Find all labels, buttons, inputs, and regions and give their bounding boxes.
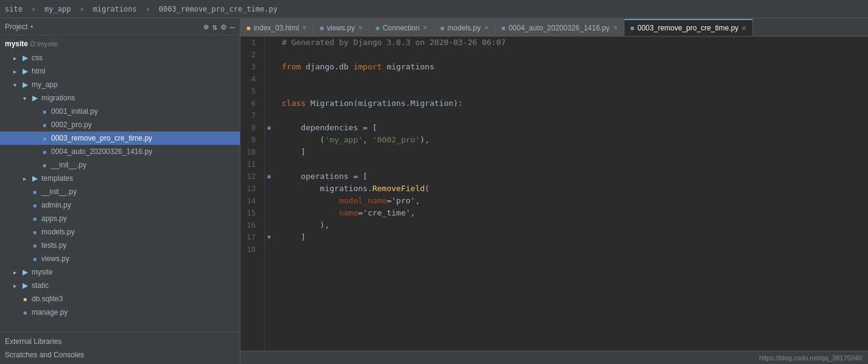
tree-item-models.py[interactable]: ■models.py [0, 225, 240, 239]
py-icon: ■ [29, 201, 40, 209]
line-number-10: 10 [240, 146, 259, 158]
gutter-line-18 [265, 243, 277, 256]
code-line-8: dependencies = [ [277, 122, 868, 134]
py-icon: ■ [39, 135, 50, 142]
fold-icon: ▼ [267, 234, 271, 240]
tab-close-icon[interactable]: ✕ [741, 25, 746, 32]
tab-Connection[interactable]: ■Connection✕ [369, 19, 434, 36]
gutter-line-2 [265, 49, 277, 61]
tab-label: views.py [327, 24, 355, 32]
tree-item-__init__2.py[interactable]: ■__init__.py [0, 185, 240, 198]
tree-item-0004_auto_20200326_1416.py[interactable]: ■0004_auto_20200326_1416.py [0, 145, 240, 158]
db-icon: ■ [19, 295, 30, 303]
external-libraries-item[interactable]: External Libraries [0, 335, 240, 348]
py-icon: ■ [29, 215, 40, 222]
tree-arrow-icon: ▸ [10, 269, 19, 276]
gutter-line-14 [265, 195, 277, 207]
tab-0004_auto_20200326_1416_py[interactable]: ■0004_auto_20200326_1416.py✕ [495, 19, 625, 36]
code-line-14: model_name='pro', [277, 195, 868, 207]
folder-icon: ▶ [19, 80, 30, 89]
tree-item-label: static [32, 281, 49, 290]
tree-item-views.py[interactable]: ■views.py [0, 252, 240, 265]
tab-close-icon[interactable]: ✕ [613, 24, 618, 31]
tree-item-db.sqlite3[interactable]: ■db.sqlite3 [0, 292, 240, 306]
line-numbers: 123456789101112131415161718 [240, 37, 265, 351]
line-number-5: 5 [240, 85, 259, 97]
gutter-line-8: ◉ [265, 122, 277, 134]
title-breadcrumb: site › my_app › migrations › 0003_remove… [5, 5, 278, 13]
tab-0003_remove_pro_cre_time_py[interactable]: ■0003_remove_pro_cre_time.py✕ [625, 19, 754, 36]
tab-label: models.py [447, 24, 481, 32]
minimize-icon[interactable]: — [230, 22, 235, 32]
folder-icon: ▶ [19, 268, 30, 276]
tree-item-label: html [32, 67, 46, 75]
gutter-line-3 [265, 61, 277, 73]
tree-item-label: 0001_initial.py [51, 107, 98, 116]
tree-item-0001_initial.py[interactable]: ■0001_initial.py [0, 105, 240, 118]
sidebar-header-left: Project ▾ [5, 23, 33, 31]
code-line-10: ] [277, 146, 868, 158]
py-tab-icon: ■ [440, 24, 444, 32]
tree-item-label: manage.py [32, 308, 68, 317]
sidebar-bottom: External Libraries Scratches and Console… [0, 332, 240, 364]
target-icon[interactable]: ⊕ [203, 22, 208, 32]
tab-index_03_html[interactable]: ■index_03.html✕ [240, 19, 313, 36]
line-number-3: 3 [240, 61, 259, 73]
code-line-16: ), [277, 219, 868, 231]
tree-item-0003_remove_pro_cre_time.py[interactable]: ■0003_remove_pro_cre_time.py [0, 131, 240, 145]
code-line-6: class Migration(migrations.Migration): [277, 97, 868, 110]
line-number-1: 1 [240, 37, 259, 49]
tree-item-apps.py[interactable]: ■apps.py [0, 212, 240, 225]
tree-item-label: tests.py [41, 241, 66, 250]
tree-item-static[interactable]: ▸▶static [0, 279, 240, 292]
tab-close-icon[interactable]: ✕ [358, 24, 363, 31]
code-line-15: name='cre_time', [277, 207, 868, 219]
tree-item-label: __init__.py [41, 187, 77, 196]
folder-icon: ▶ [29, 94, 40, 102]
py-icon: ■ [29, 188, 40, 195]
tree-item-label: css [32, 54, 43, 62]
tab-close-icon[interactable]: ✕ [484, 24, 489, 31]
gutter-line-10 [265, 146, 277, 158]
title-bar: site › my_app › migrations › 0003_remove… [0, 0, 868, 18]
line-number-12: 12 [240, 170, 259, 183]
gutter-line-11 [265, 158, 277, 170]
gutter-line-7 [265, 110, 277, 122]
tree-item-css[interactable]: ▸▶css [0, 51, 240, 65]
tree-item-tests.py[interactable]: ■tests.py [0, 239, 240, 252]
status-url: https://blog.csdn.net/qq_38175040 [759, 354, 862, 362]
tree-item-html[interactable]: ▸▶html [0, 65, 240, 78]
tree-item-migrations[interactable]: ▾▶migrations [0, 91, 240, 105]
scratches-and-consoles-item[interactable]: Scratches and Consoles [0, 348, 240, 362]
py-icon: ■ [39, 161, 50, 169]
tree-arrow-icon: ▾ [10, 82, 19, 88]
tree-item-0002_pro.py[interactable]: ■0002_pro.py [0, 118, 240, 131]
py-icon: ■ [19, 309, 30, 316]
tree-item-__init__.py[interactable]: ■__init__.py [0, 158, 240, 172]
tree-arrow-icon: ▸ [19, 175, 29, 182]
collapse-icon[interactable]: ⇅ [212, 22, 217, 32]
code-editor[interactable]: # Generated by Django 3.0.3 on 2020-03-2… [277, 37, 868, 351]
folder-icon: ▶ [19, 54, 30, 62]
line-number-15: 15 [240, 207, 259, 219]
tree-item-label: views.py [41, 254, 69, 263]
tree-item-my_app[interactable]: ▾▶my_app [0, 78, 240, 91]
tree-item-mysite2[interactable]: ▸▶mysite [0, 265, 240, 279]
gutter-line-17: ▼ [265, 231, 277, 243]
tree-item-manage.py[interactable]: ■manage.py [0, 306, 240, 319]
tab-close-icon[interactable]: ✕ [422, 24, 427, 31]
py-icon: ■ [29, 255, 40, 262]
line-number-16: 16 [240, 219, 259, 231]
tab-models_py[interactable]: ■models.py✕ [434, 19, 495, 36]
tab-close-icon[interactable]: ✕ [302, 24, 307, 31]
tree-item-templates[interactable]: ▸▶templates [0, 172, 240, 185]
gutter-line-13 [265, 183, 277, 195]
gutter-line-15 [265, 207, 277, 219]
tree-item-admin.py[interactable]: ■admin.py [0, 198, 240, 212]
sidebar-actions: ⊕ ⇅ ⚙ — [203, 22, 235, 32]
settings-icon[interactable]: ⚙ [221, 22, 226, 32]
tab-views_py[interactable]: ■views.py✕ [313, 19, 369, 36]
py-tab-icon: ■ [631, 24, 635, 32]
code-line-12: operations = [ [277, 170, 868, 183]
code-line-7 [277, 110, 868, 122]
